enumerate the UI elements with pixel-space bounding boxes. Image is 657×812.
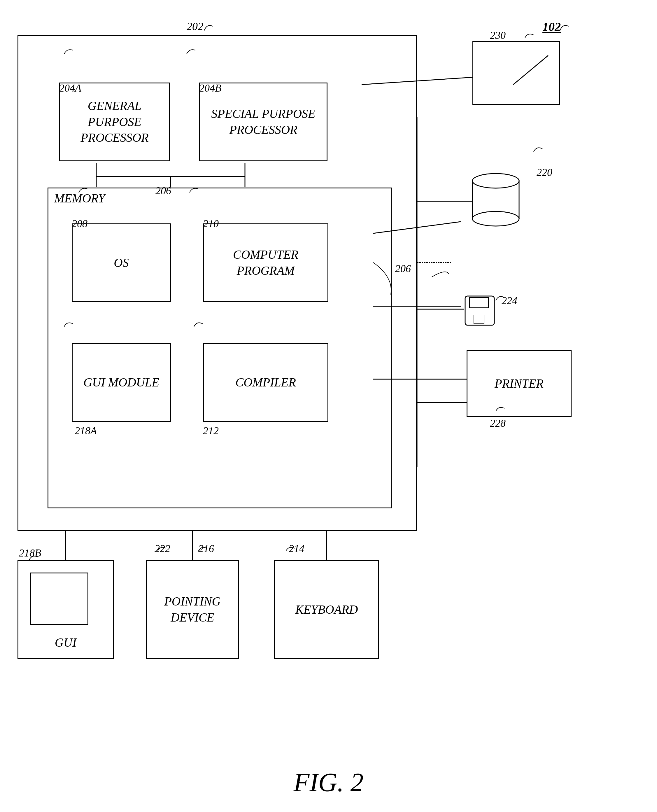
computer-program-box: COMPUTERPROGRAM — [203, 223, 328, 302]
keyboard-text: KEYBOARD — [275, 602, 378, 618]
label-220: 220 — [537, 166, 552, 179]
label-218b: 218B — [19, 547, 41, 559]
os-text: OS — [73, 255, 170, 271]
compiler-box: COMPILER — [203, 343, 328, 422]
pointing-device-box: POINTINGDEVICE — [146, 560, 239, 659]
label-224: 224 — [501, 295, 517, 307]
label-102: 102 — [542, 20, 561, 34]
label-212: 212 — [203, 425, 219, 437]
label-230: 230 — [490, 29, 506, 41]
label-202: 202 — [187, 20, 203, 33]
sp-processor-box: SPECIAL PURPOSEPROCESSOR — [199, 83, 327, 161]
main-computer-box: 204A GENERAL PURPOSEPROCESSOR 204B SPECI… — [17, 35, 417, 531]
label-216: 216 — [198, 542, 214, 555]
svg-point-13 — [472, 173, 519, 188]
label-214: 214 — [289, 542, 304, 555]
figure-label: FIG. 2 — [294, 767, 364, 797]
memory-label: MEMORY — [54, 191, 105, 205]
keyboard-box: KEYBOARD — [274, 560, 379, 659]
label-218a: 218A — [75, 425, 97, 437]
svg-rect-17 — [474, 315, 484, 324]
memory-box: MEMORY 208 OS 210 COMPUTERPROGRAM 218A G… — [48, 187, 392, 508]
pointing-device-text: POINTINGDEVICE — [147, 594, 238, 625]
gui-inner-screen — [30, 572, 88, 625]
database-220 — [467, 169, 525, 229]
label-228: 228 — [490, 417, 506, 429]
label-206-bus: 206 — [395, 262, 411, 275]
svg-rect-16 — [470, 298, 489, 308]
os-box: OS — [72, 223, 171, 302]
gui-bottom-box: GUI — [17, 560, 114, 659]
gp-processor-box: GENERAL PURPOSEPROCESSOR — [59, 83, 170, 161]
gp-processor-text: GENERAL PURPOSEPROCESSOR — [60, 98, 169, 146]
device-230-box — [472, 41, 560, 105]
printer-text: PRINTER — [467, 376, 571, 392]
gui-module-box: GUI MODULE — [72, 343, 171, 422]
svg-point-14 — [472, 212, 519, 226]
label-222: 222 — [154, 542, 170, 555]
cp-text: COMPUTERPROGRAM — [204, 247, 327, 279]
gui-module-text: GUI MODULE — [73, 374, 170, 391]
floppy-224 — [464, 295, 499, 331]
gui-bottom-text: GUI — [55, 636, 77, 650]
sp-processor-text: SPECIAL PURPOSEPROCESSOR — [200, 106, 327, 138]
printer-box: PRINTER — [467, 350, 571, 417]
compiler-text: COMPILER — [204, 374, 327, 391]
